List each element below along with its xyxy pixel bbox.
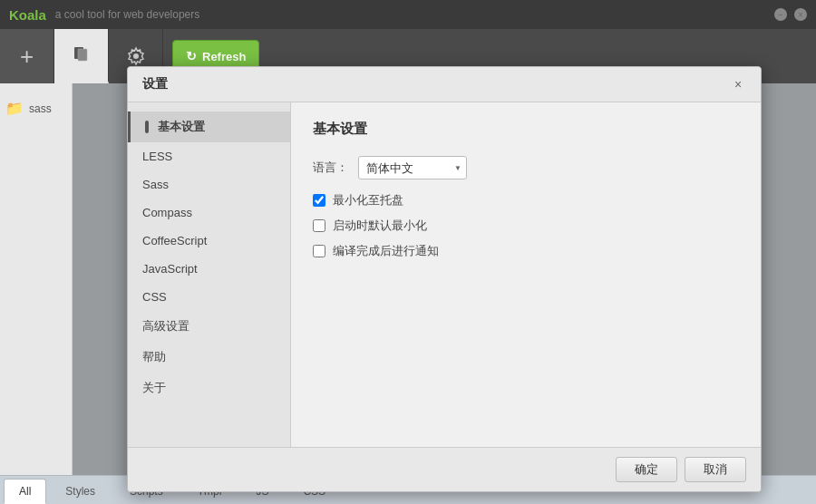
language-select-wrapper: 简体中文 English 日本語 [358,156,467,179]
sidebar-item-sass[interactable]: 📁 sass [0,92,72,124]
tab-all-label: All [19,485,31,498]
menu-item-about-label: 关于 [142,380,166,396]
language-select[interactable]: 简体中文 English 日本語 [358,156,467,179]
folder-icon: 📁 [5,100,24,117]
menu-item-sass[interactable]: Sass [128,170,290,199]
main-area: 📁 sass 设置 × 基本设置 [0,83,816,475]
dialog-header: 设置 × [128,67,761,102]
refresh-label: Refresh [202,50,246,63]
menu-item-coffeescript-label: CoffeeScript [142,234,207,247]
app-name: Koala [9,7,46,23]
titlebar: Koala a cool tool for web developers − × [0,0,816,29]
sidebar: 📁 sass [0,83,73,475]
menu-item-coffeescript[interactable]: CoffeeScript [128,227,290,255]
cancel-button[interactable]: 取消 [685,457,746,482]
tab-styles-label: Styles [65,485,95,498]
language-row: 语言： 简体中文 English 日本語 [313,156,739,179]
notify-compile-checkbox[interactable] [313,245,325,257]
refresh-icon: ↻ [186,49,197,63]
menu-item-css-label: CSS [142,290,167,304]
minimize-tray-checkbox[interactable] [313,194,325,207]
menu-item-help[interactable]: 帮助 [128,342,290,373]
files-view-button[interactable] [54,29,109,83]
section-title: 基本设置 [313,121,739,138]
minimize-button[interactable]: − [774,8,787,21]
menu-item-basic-label: 基本设置 [158,119,205,135]
content-area: 设置 × 基本设置 LESS Sass [73,83,816,475]
checkbox-minimize-tray: 最小化至托盘 [313,192,739,208]
start-minimized-label[interactable]: 启动时默认最小化 [333,218,427,234]
svg-rect-1 [78,49,87,61]
menu-item-help-label: 帮助 [142,349,166,365]
dialog-content: 基本设置 语言： 简体中文 English 日本語 [291,102,761,447]
dialog-body: 基本设置 LESS Sass Compass CoffeeScript [128,102,761,447]
close-window-button[interactable]: × [794,8,807,21]
dialog-title: 设置 [142,76,168,92]
folder-label: sass [29,102,52,115]
titlebar-controls: − × [774,8,807,21]
language-label: 语言： [313,160,349,176]
checkbox-start-minimized: 启动时默认最小化 [313,218,739,234]
menu-item-javascript-label: JavaScript [142,262,198,276]
add-icon: + [20,44,34,68]
menu-item-basic[interactable]: 基本设置 [128,111,290,142]
dialog-close-button[interactable]: × [730,76,746,92]
settings-dialog: 设置 × 基本设置 LESS Sass [127,66,762,492]
files-icon [72,45,92,65]
menu-item-sass-label: Sass [142,178,169,191]
dialog-overlay: 设置 × 基本设置 LESS Sass [73,83,816,475]
menu-item-less[interactable]: LESS [128,142,290,170]
start-minimized-checkbox[interactable] [313,219,325,232]
minimize-tray-label[interactable]: 最小化至托盘 [333,192,403,208]
checkbox-notify-compile: 编译完成后进行通知 [313,243,739,259]
menu-item-advanced[interactable]: 高级设置 [128,311,290,342]
menu-item-javascript[interactable]: JavaScript [128,255,290,283]
menu-item-less-label: LESS [142,150,172,163]
menu-item-advanced-label: 高级设置 [142,318,189,334]
menu-item-compass-label: Compass [142,206,192,219]
active-indicator [145,121,149,133]
svg-point-2 [133,53,139,59]
tab-all[interactable]: All [4,479,46,504]
menu-item-compass[interactable]: Compass [128,199,290,227]
confirm-button[interactable]: 确定 [616,457,677,482]
dialog-sidebar: 基本设置 LESS Sass Compass CoffeeScript [128,102,291,447]
tab-styles[interactable]: Styles [50,479,111,504]
gear-icon [126,46,146,66]
titlebar-left: Koala a cool tool for web developers [9,7,199,23]
app-tagline: a cool tool for web developers [55,8,199,21]
add-project-button[interactable]: + [0,29,54,83]
menu-item-css[interactable]: CSS [128,283,290,311]
dialog-footer: 确定 取消 [128,447,761,491]
notify-compile-label[interactable]: 编译完成后进行通知 [333,243,439,259]
menu-item-about[interactable]: 关于 [128,373,290,403]
